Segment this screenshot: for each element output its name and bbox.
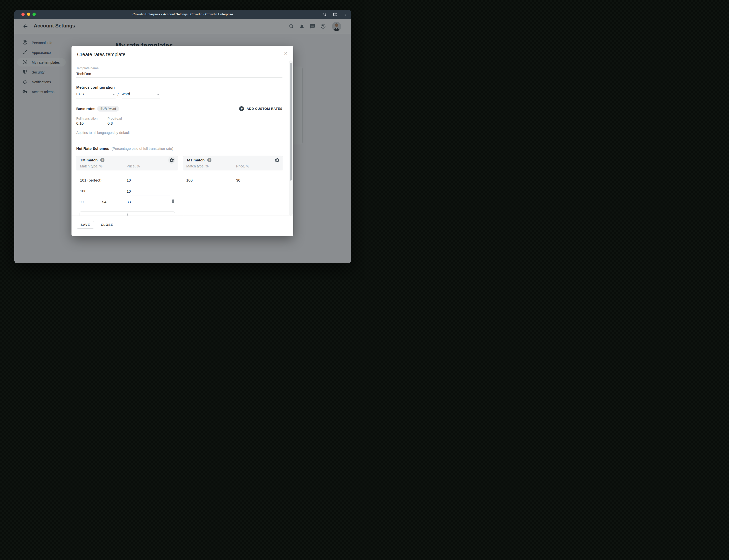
gear-icon (275, 158, 280, 163)
close-icon[interactable]: × (283, 50, 289, 57)
mt-col-match-type: Match type, % (186, 164, 209, 168)
chevron-down-icon (157, 94, 159, 95)
unit-value: word (122, 92, 130, 96)
tm-row-match: 100 (80, 189, 86, 193)
extensions-puzzle-icon[interactable] (333, 12, 337, 17)
net-rate-schemes-subtitle: (Percentage paid of full translation rat… (112, 147, 173, 151)
plus-circle-icon: + (239, 106, 244, 111)
mt-match-title: MT match (187, 158, 205, 162)
tm-col-price: Price, % (127, 164, 140, 168)
tm-row-price-input[interactable] (127, 187, 170, 195)
base-rates-heading: Base rates (76, 107, 95, 111)
metrics-separator: / (118, 92, 119, 96)
app-page: Account Settings (14, 19, 351, 263)
full-translation-input[interactable] (76, 120, 100, 127)
info-icon[interactable]: i (100, 158, 105, 162)
metrics-configuration-heading: Metrics configuration (76, 85, 115, 89)
gear-icon (169, 158, 174, 163)
delete-row-button[interactable] (171, 199, 175, 204)
tm-match-title: TM match (80, 158, 98, 162)
create-rates-template-modal: Create rates template × Template name Me… (72, 46, 293, 236)
metrics-chip: EUR / word (97, 106, 119, 112)
tm-card-body: 101 (perfect) 100 (76, 170, 178, 219)
modal-scrollbar-thumb[interactable] (290, 63, 292, 181)
currency-value: EUR (76, 92, 84, 96)
tm-col-match-type: Match type, % (80, 164, 102, 168)
close-button[interactable]: CLOSE (97, 221, 117, 229)
mt-settings-button[interactable] (274, 157, 281, 164)
browser-window: Crowdin Enterprise - Account Settings | … (14, 10, 351, 263)
modal-title: Create rates template (77, 52, 125, 57)
unit-select[interactable]: word (122, 92, 160, 98)
zoom-out-icon[interactable] (323, 12, 327, 17)
info-icon[interactable]: i (207, 158, 212, 162)
mt-col-price: Price, % (236, 164, 249, 168)
mt-match-card: MT match i Match type, % Price, % 100 (183, 156, 283, 219)
add-custom-rates-label: ADD CUSTOM RATES (247, 107, 283, 111)
trash-icon (171, 199, 175, 203)
currency-select[interactable]: EUR (76, 92, 116, 98)
tm-custom-row-from-input[interactable] (80, 198, 101, 206)
mt-card-header: MT match i Match type, % Price, % (183, 156, 283, 170)
tm-settings-button[interactable] (168, 157, 175, 164)
modal-footer: SAVE CLOSE (72, 216, 293, 236)
browser-tab-title: Crowdin Enterprise - Account Settings | … (14, 10, 351, 19)
save-button[interactable]: SAVE (77, 221, 94, 229)
add-row-plus-icon (127, 214, 128, 216)
template-name-label: Template name (76, 66, 99, 70)
tm-card-header: TM match i Match type, % Price, % (76, 156, 178, 170)
template-name-input[interactable] (76, 70, 283, 78)
browser-titlebar: Crowdin Enterprise - Account Settings | … (14, 10, 351, 19)
tm-custom-row-match-input[interactable] (102, 198, 123, 206)
chevron-down-icon (113, 94, 115, 95)
browser-menu-kebab-icon[interactable] (343, 12, 347, 16)
mt-row-match: 100 (186, 178, 193, 182)
mt-row-price-input[interactable] (236, 176, 280, 184)
net-rate-schemes-heading: Net Rate Schemes (76, 146, 109, 151)
tm-row-price-input[interactable] (127, 176, 170, 184)
add-custom-rates-button[interactable]: + ADD CUSTOM RATES (239, 106, 283, 111)
base-rates-note: Applies to all languages by default (76, 131, 130, 135)
tm-custom-row-price-input[interactable] (127, 198, 170, 206)
tm-row-match: 101 (perfect) (80, 178, 101, 182)
proofread-input[interactable] (108, 120, 131, 127)
mt-card-body: 100 (183, 170, 283, 219)
tm-match-card: TM match i Match type, % Price, % 101 (p… (76, 156, 178, 219)
